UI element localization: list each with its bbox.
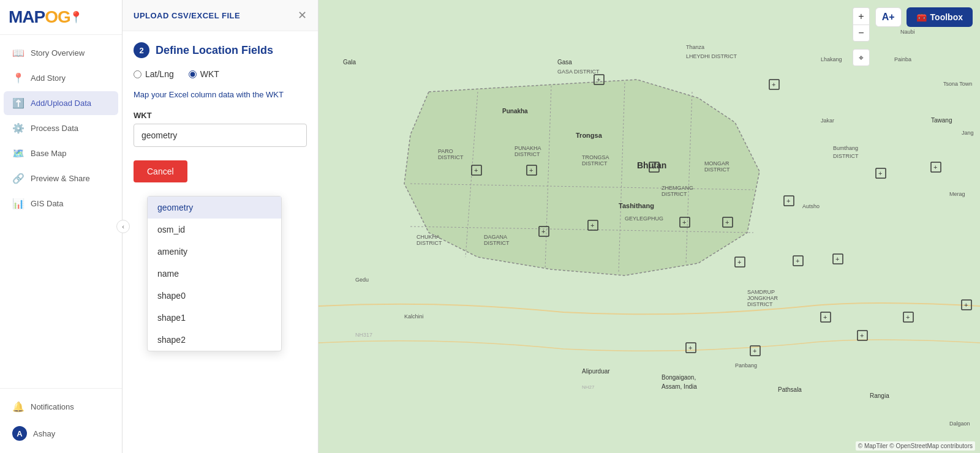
lat-lng-radio-label[interactable]: Lat/Lng — [134, 69, 174, 79]
svg-text:Bongaigaon,: Bongaigaon, — [662, 374, 696, 381]
svg-text:Kalchini: Kalchini — [404, 313, 424, 320]
svg-text:+: + — [772, 81, 775, 88]
svg-text:+: + — [725, 219, 729, 226]
svg-text:+: + — [529, 167, 533, 174]
logo-og-text: OG — [45, 7, 70, 27]
add-story-icon: 📍 — [12, 72, 24, 84]
svg-text:Tawang: Tawang — [931, 117, 952, 124]
step-header: 2 Define Location Fields — [134, 42, 307, 58]
toolbox-button[interactable]: 🧰 Toolbox — [907, 7, 973, 27]
map-area[interactable]: PARO DISTRICT PUNAKHA DISTRICT TRONGSA D… — [318, 0, 980, 453]
svg-text:DISTRICT: DISTRICT — [438, 154, 464, 160]
svg-text:+: + — [737, 258, 741, 266]
zoom-out-button[interactable]: − — [853, 24, 870, 42]
lat-lng-radio[interactable] — [134, 70, 141, 78]
step-title: Define Location Fields — [156, 44, 273, 57]
svg-text:+: + — [688, 344, 692, 351]
svg-text:Naubi: Naubi — [900, 29, 915, 35]
svg-text:LHEYDHI DISTRICT: LHEYDHI DISTRICT — [686, 53, 737, 59]
action-buttons: Cancel — [134, 160, 307, 182]
svg-text:NH27: NH27 — [582, 384, 595, 390]
svg-text:Alipurduar: Alipurduar — [582, 368, 610, 375]
svg-text:GASA DISTRICT: GASA DISTRICT — [557, 69, 600, 75]
sidebar-item-label: Process Data — [31, 124, 78, 133]
upload-panel: UPLOAD CSV/EXCEL FILE ✕ 2 Define Locatio… — [123, 0, 318, 453]
zoom-controls: + − — [853, 7, 870, 42]
svg-text:+: + — [590, 222, 594, 229]
map-toolbar: A+ 🧰 Toolbox — [875, 7, 973, 27]
dropdown-item-osm_id[interactable]: osm_id — [148, 219, 281, 241]
cancel-button[interactable]: Cancel — [134, 160, 187, 182]
compass-button[interactable]: ⌖ — [853, 49, 870, 66]
svg-text:+: + — [652, 163, 655, 171]
sidebar-item-add-upload-data[interactable]: ⬆️ Add/Upload Data — [4, 91, 118, 115]
wkt-radio-label[interactable]: WKT — [189, 69, 219, 79]
sidebar-item-gis-data[interactable]: 📊 GIS Data — [4, 192, 118, 215]
svg-text:Gala: Gala — [343, 59, 356, 66]
svg-text:Thanza: Thanza — [686, 44, 704, 50]
sidebar-item-story-overview[interactable]: 📖 Story Overview — [4, 41, 118, 65]
svg-text:JONGKHAR: JONGKHAR — [747, 295, 778, 301]
wkt-input[interactable] — [134, 124, 307, 147]
wkt-dropdown: geometry osm_id amenity name shape0 shap… — [147, 196, 282, 351]
svg-text:+: + — [823, 313, 827, 321]
dropdown-item-shape0[interactable]: shape0 — [148, 285, 281, 307]
zoom-in-button[interactable]: + — [853, 7, 870, 24]
dropdown-item-geometry[interactable]: geometry — [148, 197, 281, 219]
preview-share-icon: 🔗 — [12, 173, 24, 184]
nav-items: 📖 Story Overview 📍 Add Story ⬆️ Add/Uplo… — [0, 35, 122, 388]
svg-text:GEYLEGPHUG: GEYLEGPHUG — [625, 215, 663, 222]
svg-text:PARO: PARO — [438, 148, 453, 154]
sidebar-item-label: Add Story — [31, 73, 66, 83]
svg-text:+: + — [860, 332, 864, 339]
svg-text:+: + — [835, 255, 839, 263]
svg-text:SAMDRUP: SAMDRUP — [747, 289, 775, 295]
svg-text:Tsona Town: Tsona Town — [943, 81, 972, 87]
sidebar-item-label: Story Overview — [31, 48, 85, 58]
svg-text:MONGAR: MONGAR — [704, 160, 729, 167]
user-label: Ashay — [33, 429, 55, 438]
sidebar-collapse-button[interactable]: ‹ — [116, 220, 130, 233]
a-plus-button[interactable]: A+ — [875, 7, 902, 27]
sidebar-item-preview-share[interactable]: 🔗 Preview & Share — [4, 167, 118, 190]
svg-text:DISTRICT: DISTRICT — [582, 160, 608, 167]
notifications-label: Notifications — [31, 402, 74, 411]
wkt-radio[interactable] — [189, 70, 197, 78]
sidebar-item-label: Preview & Share — [31, 174, 90, 183]
panel-header: UPLOAD CSV/EXCEL FILE ✕ — [123, 0, 318, 31]
notifications-icon: 🔔 — [12, 401, 24, 413]
dropdown-item-amenity[interactable]: amenity — [148, 241, 281, 263]
base-map-icon: 🗺️ — [12, 148, 24, 159]
svg-text:Gasa: Gasa — [557, 59, 572, 66]
panel-close-button[interactable]: ✕ — [298, 10, 307, 21]
sidebar-item-process-data[interactable]: ⚙️ Process Data — [4, 116, 118, 140]
svg-text:Panbang: Panbang — [735, 362, 757, 369]
wkt-field-label: WKT — [134, 111, 307, 120]
dropdown-item-shape1[interactable]: shape1 — [148, 307, 281, 329]
toolbox-icon: 🧰 — [916, 12, 927, 22]
svg-text:DAGANA: DAGANA — [484, 234, 507, 240]
svg-text:Pathsala: Pathsala — [778, 386, 802, 393]
svg-text:Punakha: Punakha — [502, 108, 528, 114]
svg-text:+: + — [878, 170, 882, 177]
add-upload-icon: ⬆️ — [12, 97, 24, 109]
svg-text:+: + — [753, 347, 756, 354]
dropdown-item-name[interactable]: name — [148, 263, 281, 285]
panel-title: UPLOAD CSV/EXCEL FILE — [134, 11, 240, 20]
sidebar-item-base-map[interactable]: 🗺️ Base Map — [4, 141, 118, 165]
svg-text:Lhakang: Lhakang — [821, 56, 842, 62]
svg-text:+: + — [786, 197, 790, 204]
sidebar-item-notifications[interactable]: 🔔 Notifications — [4, 395, 118, 419]
svg-text:Bumthang: Bumthang — [833, 145, 858, 151]
svg-text:Gedu: Gedu — [355, 277, 369, 283]
svg-text:Assam, India: Assam, India — [662, 383, 697, 390]
logo-map-text: MAP — [9, 7, 45, 27]
svg-text:Jakar: Jakar — [821, 118, 834, 124]
info-text: Map your Excel column data with the WKT — [134, 89, 307, 101]
process-data-icon: ⚙️ — [12, 122, 24, 134]
sidebar-item-add-story[interactable]: 📍 Add Story — [4, 66, 118, 90]
dropdown-item-shape2[interactable]: shape2 — [148, 329, 281, 351]
sidebar-item-user[interactable]: A Ashay — [4, 420, 118, 447]
svg-text:Dalgaon: Dalgaon — [949, 421, 970, 427]
map-svg: PARO DISTRICT PUNAKHA DISTRICT TRONGSA D… — [318, 0, 980, 453]
